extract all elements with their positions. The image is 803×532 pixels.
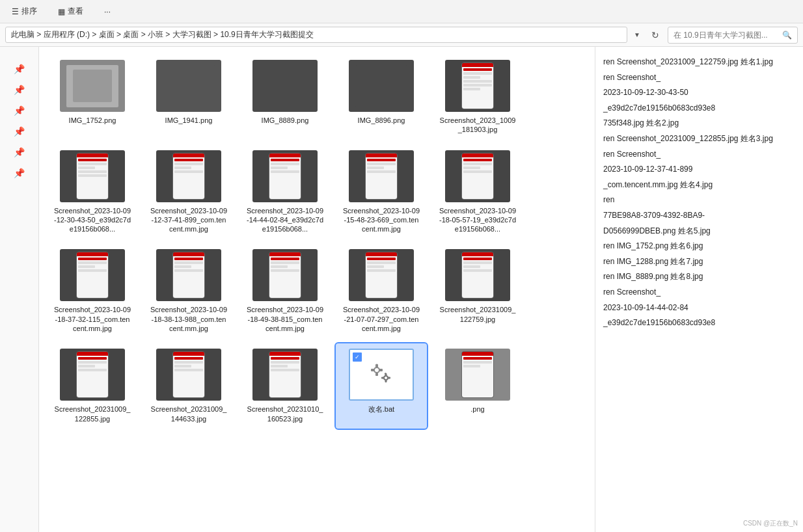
pin-item-5[interactable]: 📌 [10, 143, 29, 161]
right-panel-item[interactable]: 2023-10-09-12-37-41-899 [603, 162, 795, 178]
right-panel-item[interactable]: 2023-10-09-14-44-02-84 [603, 300, 795, 316]
address-bar: 此电脑 > 应用程序 (D:) > 桌面 > 桌面 > 小班 > 大学习截图 >… [0, 23, 803, 47]
toolbar: ☰ 排序 ▦ 查看 ··· [0, 0, 803, 23]
file-item[interactable]: IMG_8896.png [336, 55, 427, 140]
file-name: Screenshot_2023-10-09-18-38-13-988_com.t… [150, 305, 228, 333]
file-item[interactable]: Screenshot_2023-10-09-18-38-13-988_com.t… [143, 244, 234, 338]
file-item[interactable]: IMG_1752.png [47, 55, 138, 140]
file-name: IMG_1752.png [69, 116, 116, 125]
file-item[interactable]: Screenshot_2023-10-09-12-37-41-899_com.t… [143, 145, 234, 239]
file-thumbnail: ✓ [349, 349, 414, 401]
file-thumbnail [445, 349, 510, 401]
file-thumbnail [156, 249, 221, 301]
pin-item-6[interactable]: 📌 [10, 164, 29, 182]
file-item[interactable]: Screenshot_2023-10-09-18-37-32-115_com.t… [47, 244, 138, 338]
svg-point-9 [385, 377, 387, 379]
file-item[interactable]: .png [432, 343, 523, 429]
file-name: Screenshot_2023-10-09-18-05-57-19_e39d2c… [439, 206, 517, 234]
breadcrumb[interactable]: 此电脑 > 应用程序 (D:) > 桌面 > 桌面 > 小班 > 大学习截图 >… [5, 27, 627, 43]
file-name: Screenshot_2023-10-09-15-48-23-669_com.t… [342, 206, 420, 234]
right-panel-item[interactable]: 2023-10-09-12-30-43-50 [603, 85, 795, 101]
search-icon: 🔍 [782, 31, 792, 40]
right-panel-item[interactable]: _e39d2c7de19156b0683cd93e8 [603, 101, 795, 116]
file-thumbnail [60, 249, 125, 301]
file-item[interactable]: Screenshot_2023-10-09-21-07-07-297_com.t… [336, 244, 427, 338]
selection-check: ✓ [353, 352, 362, 362]
right-panel-item[interactable]: ren Screenshot_ [603, 147, 795, 163]
file-name: .png [470, 405, 484, 414]
gear-svg [365, 358, 398, 391]
right-panel-item[interactable]: _com.tencent.mm.jpg 姓名4.jpg [603, 178, 795, 193]
file-name: Screenshot_2023-10-09-14-44-02-84_e39d2c… [246, 206, 324, 234]
right-panel-item[interactable]: ren Screenshot_20231009_122759.jpg 姓名1.j… [603, 55, 795, 70]
right-panel: ren Screenshot_20231009_122759.jpg 姓名1.j… [595, 47, 803, 532]
file-name: 改名.bat [368, 405, 394, 414]
file-thumbnail [156, 349, 221, 401]
file-thumbnail [60, 60, 125, 112]
file-name: Screenshot_2023-10-09-18-49-38-815_com.t… [246, 305, 324, 333]
right-panel-item[interactable]: ren [603, 193, 795, 208]
main-layout: 📌 📌 📌 📌 📌 📌 IMG_1752.png [0, 47, 803, 532]
more-button[interactable]: ··· [99, 5, 116, 18]
right-panel-item[interactable]: 77BE98A8-3709-4392-8BA9- [603, 208, 795, 224]
file-name: Screenshot_2023_1009_181903.jpg [439, 116, 517, 135]
file-thumbnail [445, 60, 510, 112]
file-thumbnail [252, 150, 318, 202]
breadcrumb-text: 此电脑 > 应用程序 (D:) > 桌面 > 桌面 > 小班 > 大学习截图 >… [11, 29, 314, 40]
file-item[interactable]: IMG_1941.png [143, 55, 234, 140]
file-grid: IMG_1752.png IMG_1941.png IMG_8889.png I… [47, 55, 587, 429]
right-panel-item[interactable]: ren Screenshot_ [603, 285, 795, 300]
file-item[interactable]: Screenshot_2023-10-09-15-48-23-669_com.t… [336, 145, 427, 239]
file-name: Screenshot_2023-10-09-21-07-07-297_com.t… [342, 305, 420, 333]
file-name: Screenshot_20231010_160523.jpg [246, 405, 324, 423]
pin-item-3[interactable]: 📌 [10, 101, 29, 120]
file-item[interactable]: Screenshot_20231009_122855.jpg [47, 343, 138, 429]
file-thumbnail [156, 60, 221, 112]
file-item[interactable]: Screenshot_20231009_144633.jpg [143, 343, 234, 429]
file-thumbnail [156, 150, 221, 202]
file-thumbnail [349, 150, 414, 202]
view-button[interactable]: ▦ 查看 [53, 4, 88, 19]
pin-item-1[interactable]: 📌 [10, 60, 29, 78]
file-name: IMG_8896.png [358, 116, 405, 125]
file-name: IMG_1941.png [165, 116, 213, 125]
right-panel-item[interactable]: ren IMG_1752.png 姓名6.jpg [603, 239, 795, 254]
file-item[interactable]: Screenshot_2023_1009_181903.jpg [432, 55, 523, 140]
svg-rect-12 [381, 377, 384, 379]
pin-area: 📌 📌 📌 📌 📌 📌 [0, 57, 38, 185]
file-item[interactable]: Screenshot_20231010_160523.jpg [239, 343, 331, 429]
right-panel-item[interactable]: D0566999DBEB.png 姓名5.jpg [603, 224, 795, 239]
file-thumbnail [349, 249, 414, 301]
file-item[interactable]: Screenshot_2023-10-09-14-44-02-84_e39d2c… [239, 145, 331, 239]
search-input[interactable] [674, 31, 780, 40]
file-name: Screenshot_20231009_122759.jpg [439, 305, 517, 324]
pin-item-2[interactable]: 📌 [10, 81, 29, 99]
svg-rect-5 [379, 369, 383, 371]
svg-rect-4 [371, 369, 374, 371]
right-panel-item[interactable]: ren Screenshot_ [603, 70, 795, 86]
view-icon: ▦ [58, 7, 65, 16]
right-panel-item[interactable]: 735f348.jpg 姓名2.jpg [603, 116, 795, 131]
bat-file-item[interactable]: ✓ [336, 343, 427, 429]
file-thumbnail [252, 60, 318, 112]
file-name: Screenshot_2023-10-09-12-37-41-899_com.t… [150, 206, 228, 234]
file-item[interactable]: Screenshot_2023-10-09-12-30-43-50_e39d2c… [47, 145, 138, 239]
file-item[interactable]: Screenshot_20231009_122759.jpg [432, 244, 523, 338]
pin-item-4[interactable]: 📌 [10, 122, 29, 140]
right-panel-item[interactable]: _e39d2c7de19156b0683cd93e8 [603, 315, 795, 331]
right-panel-item[interactable]: ren Screenshot_20231009_122855.jpg 姓名3.j… [603, 131, 795, 147]
path-dropdown-button[interactable]: ▼ [631, 27, 643, 44]
file-item[interactable]: Screenshot_2023-10-09-18-49-38-815_com.t… [239, 244, 331, 338]
file-thumbnail [445, 249, 510, 301]
file-thumbnail [60, 349, 125, 401]
search-box: 🔍 [668, 27, 798, 44]
file-name: Screenshot_2023-10-09-12-30-43-50_e39d2c… [53, 206, 131, 234]
sort-button[interactable]: ☰ 排序 [7, 4, 42, 19]
right-panel-item[interactable]: ren IMG_8889.png 姓名8.jpg [603, 269, 795, 285]
file-item[interactable]: Screenshot_2023-10-09-18-05-57-19_e39d2c… [432, 145, 523, 239]
file-thumbnail [252, 249, 318, 301]
refresh-button[interactable]: ↻ [647, 27, 664, 44]
file-thumbnail [445, 150, 510, 202]
file-item[interactable]: IMG_8889.png [239, 55, 331, 140]
right-panel-item[interactable]: ren IMG_1288.png 姓名7.jpg [603, 254, 795, 270]
